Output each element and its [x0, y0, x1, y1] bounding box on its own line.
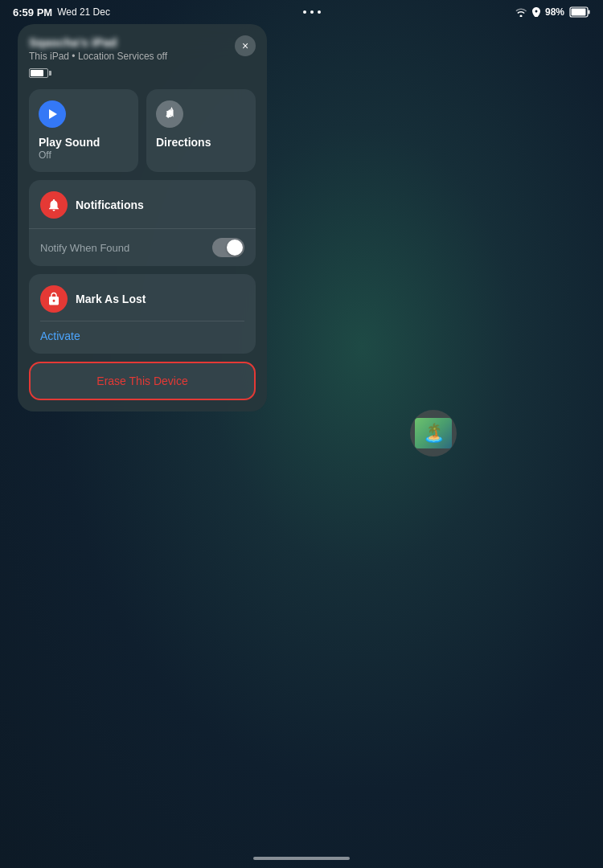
- notifications-header: Notifications: [40, 191, 244, 219]
- home-indicator: [253, 857, 350, 860]
- wifi-icon: [515, 7, 527, 17]
- toggle-knob: [227, 240, 243, 256]
- svg-marker-3: [49, 109, 57, 119]
- lost-header: Mark As Lost: [40, 285, 244, 313]
- mark-as-lost-card: Mark As Lost Activate: [29, 274, 256, 354]
- play-sound-card[interactable]: Play Sound Off: [29, 89, 138, 172]
- panel-header: Sqascha's iPad This iPad • Location Serv…: [29, 35, 256, 80]
- lost-divider: [40, 321, 244, 321]
- erase-device-card[interactable]: Erase This Device: [29, 362, 256, 400]
- notifications-card: Notifications Notify When Found: [29, 180, 256, 266]
- battery-fill: [31, 70, 43, 76]
- date: Wed 21 Dec: [57, 6, 110, 18]
- lost-icon: [40, 285, 68, 313]
- floating-app-icon[interactable]: 🏝️: [410, 410, 457, 457]
- directions-label: Directions: [156, 136, 246, 149]
- battery-percent: 98%: [545, 6, 564, 18]
- status-right: 98%: [515, 6, 590, 18]
- status-left: 6:59 PM Wed 21 Dec: [13, 6, 110, 18]
- directions-icon: [156, 100, 183, 128]
- dot1: [303, 10, 306, 14]
- battery-icon: [569, 6, 590, 18]
- device-subtitle: This iPad • Location Services off: [29, 51, 228, 62]
- device-name: Sqascha's iPad: [29, 35, 228, 49]
- svg-rect-1: [571, 9, 585, 16]
- notifications-label: Notifications: [76, 199, 144, 211]
- notify-when-found-label: Notify When Found: [40, 242, 129, 254]
- bell-icon: [47, 198, 61, 212]
- activate-button[interactable]: Activate: [40, 330, 244, 342]
- erase-device-label: Erase This Device: [42, 375, 243, 387]
- dot3: [318, 10, 321, 14]
- dot2: [310, 10, 314, 14]
- panel-battery-icon: [29, 68, 48, 78]
- floating-app-inner: 🏝️: [415, 418, 452, 448]
- play-sound-sublabel: Off: [39, 149, 129, 161]
- play-sound-label: Play Sound: [39, 136, 129, 149]
- time: 6:59 PM: [13, 6, 52, 18]
- svg-rect-2: [588, 10, 589, 14]
- device-panel: Sqascha's iPad This iPad • Location Serv…: [18, 24, 267, 411]
- arrow-icon: [162, 107, 177, 121]
- close-button[interactable]: ×: [235, 35, 256, 56]
- directions-card[interactable]: Directions: [146, 89, 256, 172]
- lost-label: Mark As Lost: [76, 293, 146, 305]
- location-icon: [532, 7, 540, 17]
- panel-title-area: Sqascha's iPad This iPad • Location Serv…: [29, 35, 228, 80]
- notifications-icon: [40, 191, 68, 219]
- action-row: Play Sound Off Directions: [29, 89, 256, 172]
- notify-when-found-toggle[interactable]: [212, 238, 244, 257]
- play-sound-icon: [39, 100, 66, 128]
- status-bar: 6:59 PM Wed 21 Dec 98%: [0, 0, 603, 24]
- close-icon: ×: [242, 39, 248, 52]
- status-center: [303, 10, 321, 14]
- notify-when-found-row: Notify When Found: [40, 229, 244, 266]
- play-triangle-icon: [46, 108, 59, 121]
- lock-icon: [47, 292, 61, 306]
- floating-app-emoji: 🏝️: [423, 423, 445, 444]
